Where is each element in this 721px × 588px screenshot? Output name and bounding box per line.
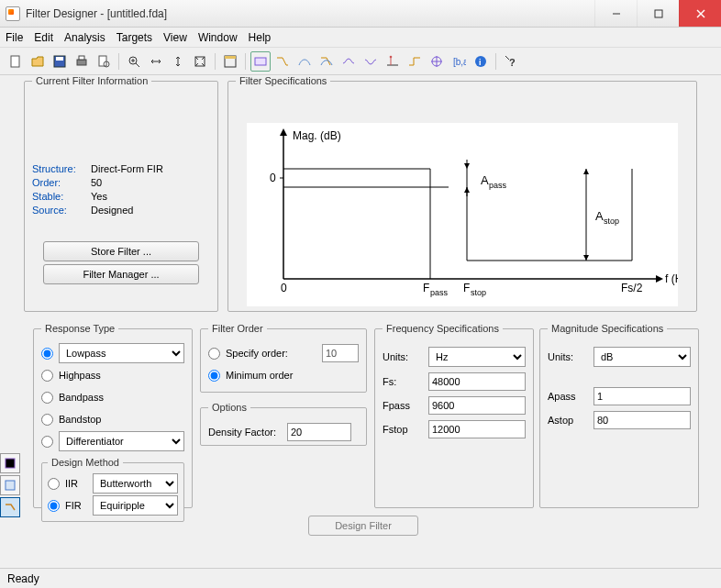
zoom-fit-icon[interactable] xyxy=(190,51,210,72)
maximize-button[interactable] xyxy=(637,0,679,27)
menu-analysis[interactable]: Analysis xyxy=(64,31,105,44)
cfi-order-label: Order: xyxy=(32,177,91,188)
bandpass-radio[interactable] xyxy=(41,392,53,404)
filter-specifications: Filter Specifications Mag. (dB) f (Hz) xyxy=(227,75,697,312)
coeff-icon[interactable]: [b,a] xyxy=(449,51,469,72)
freq-units-select[interactable]: Hz xyxy=(428,347,526,367)
svg-text:[b,a]: [b,a] xyxy=(453,57,466,67)
filter-manager-button[interactable]: Filter Manager ... xyxy=(43,264,199,284)
print-preview-icon[interactable] xyxy=(94,51,114,72)
phase-response-icon[interactable] xyxy=(294,51,315,72)
phase-delay-icon[interactable] xyxy=(360,51,381,72)
svg-text:Fs/2: Fs/2 xyxy=(621,282,643,294)
full-view-icon[interactable] xyxy=(220,51,240,72)
fpass-input[interactable] xyxy=(428,396,526,415)
cfi-structure-value: Direct-Form FIR xyxy=(91,163,163,174)
window-title: Filter Designer - [untitled.fda] xyxy=(26,7,594,20)
fstop-input[interactable] xyxy=(428,420,526,438)
fo-legend: Filter Order xyxy=(208,323,267,334)
opts-legend: Options xyxy=(208,402,250,413)
mag-units-label: Units: xyxy=(548,351,593,362)
print-icon[interactable] xyxy=(72,51,92,72)
svg-line-12 xyxy=(136,63,139,67)
minimum-order-radio[interactable] xyxy=(208,370,220,382)
cfi-stable-value: Yes xyxy=(91,191,107,202)
fs-label: Fs: xyxy=(383,376,428,387)
highpass-label: Highpass xyxy=(59,370,101,381)
menu-edit[interactable]: Edit xyxy=(34,31,53,44)
apass-label: Apass xyxy=(548,391,593,402)
save-icon[interactable] xyxy=(50,51,70,72)
sidebar-design-icon[interactable] xyxy=(0,453,20,473)
lowpass-select[interactable]: Lowpass xyxy=(59,343,184,363)
zoom-in-icon[interactable] xyxy=(124,51,144,72)
svg-rect-52 xyxy=(6,459,15,468)
menu-view[interactable]: View xyxy=(163,31,187,44)
info-icon[interactable]: i xyxy=(471,51,491,72)
highpass-radio[interactable] xyxy=(41,370,53,382)
zoom-y-icon[interactable] xyxy=(168,51,188,72)
current-filter-info: Current Filter Information Structure:Dir… xyxy=(24,75,218,312)
response-type-panel: Response Type Lowpass Highpass Bandpass … xyxy=(33,323,193,508)
freq-legend: Frequency Specifications xyxy=(383,323,503,334)
svg-rect-17 xyxy=(225,56,236,59)
titlebar[interactable]: Filter Designer - [untitled.fda] xyxy=(0,0,721,28)
mag-legend: Magnitude Specifications xyxy=(548,323,667,334)
diff-select[interactable]: Differentiator xyxy=(59,431,184,451)
iir-select[interactable]: Butterworth xyxy=(93,473,178,494)
design-filter-button[interactable]: Design Filter xyxy=(308,516,418,536)
fir-select[interactable]: Equiripple xyxy=(93,495,178,516)
minimize-button[interactable] xyxy=(594,0,637,27)
svg-text:0: 0 xyxy=(281,282,287,294)
svg-text:stop: stop xyxy=(471,288,486,297)
menu-file[interactable]: File xyxy=(6,31,23,44)
menu-targets[interactable]: Targets xyxy=(116,31,152,44)
filter-order-panel: Filter Order Specify order: Minimum orde… xyxy=(200,323,367,393)
fpass-label: Fpass xyxy=(383,400,428,411)
svg-rect-6 xyxy=(56,57,63,61)
lowpass-radio[interactable] xyxy=(41,348,53,360)
polezero-icon[interactable] xyxy=(427,51,447,72)
cfi-order-value: 50 xyxy=(91,177,102,188)
fir-radio[interactable] xyxy=(48,500,60,512)
step-icon[interactable] xyxy=(405,51,425,72)
svg-text:A: A xyxy=(595,209,604,223)
sidebar-realize-icon[interactable] xyxy=(0,497,20,517)
open-icon[interactable] xyxy=(28,51,48,72)
store-filter-button[interactable]: Store Filter ... xyxy=(43,241,199,261)
apass-input[interactable] xyxy=(593,387,691,405)
svg-rect-18 xyxy=(255,58,266,65)
svg-text:i: i xyxy=(479,58,482,67)
mag-phase-icon[interactable] xyxy=(316,51,337,72)
fir-label: FIR xyxy=(65,500,87,511)
menu-window[interactable]: Window xyxy=(198,31,238,44)
diff-radio[interactable] xyxy=(41,436,53,448)
ylabel: Mag. (dB) xyxy=(293,129,341,142)
iir-radio[interactable] xyxy=(48,478,60,490)
new-icon[interactable] xyxy=(6,51,26,72)
filter-spec-icon[interactable] xyxy=(250,51,271,72)
mag-units-select[interactable]: dB xyxy=(593,347,691,367)
order-input[interactable] xyxy=(322,344,359,362)
context-help-icon[interactable]: ? xyxy=(501,51,521,72)
density-input[interactable] xyxy=(287,423,351,441)
menu-help[interactable]: Help xyxy=(249,31,272,44)
impulse-icon[interactable] xyxy=(383,51,403,72)
bandstop-label: Bandstop xyxy=(59,414,101,425)
svg-text:A: A xyxy=(481,173,489,187)
zoom-x-icon[interactable] xyxy=(146,51,166,72)
fs-input[interactable] xyxy=(428,372,526,391)
sidebar-import-icon[interactable] xyxy=(0,475,20,495)
fstop-label: Fstop xyxy=(383,424,428,435)
bandstop-radio[interactable] xyxy=(41,414,53,426)
group-delay-icon[interactable] xyxy=(338,51,359,72)
specify-order-radio[interactable] xyxy=(208,348,220,360)
mag-response-icon[interactable] xyxy=(272,51,293,72)
astop-input[interactable] xyxy=(593,411,691,429)
fspec-legend: Filter Specifications xyxy=(236,75,330,86)
svg-rect-1 xyxy=(655,10,662,17)
close-button[interactable] xyxy=(679,0,721,27)
cfi-source-label: Source: xyxy=(32,205,91,216)
svg-rect-7 xyxy=(77,60,86,65)
design-method-panel: Design Method IIRButterworth FIREquiripp… xyxy=(41,457,184,522)
